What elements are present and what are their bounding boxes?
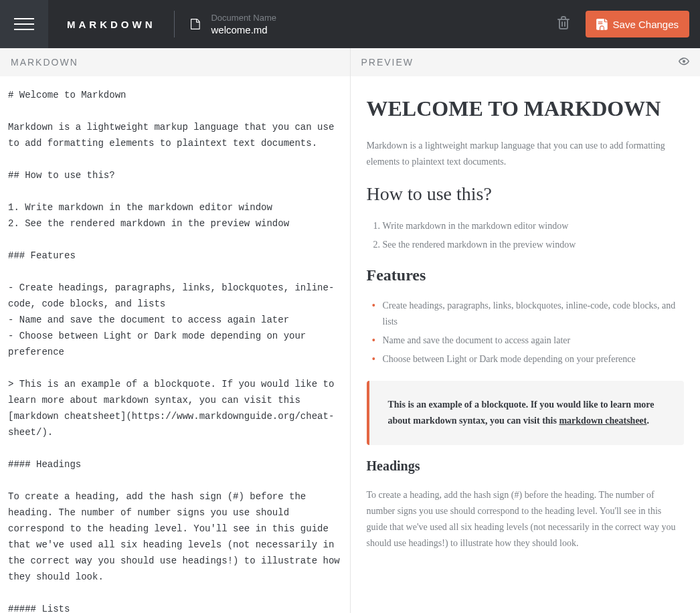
app-logo: MARKDOWN: [48, 19, 174, 30]
preview-h2: How to use this?: [367, 183, 685, 205]
list-item: Create headings, paragraphs, links, bloc…: [383, 298, 685, 330]
preview-blockquote: This is an example of a blockquote. If y…: [367, 381, 685, 445]
list-item: See the rendered markdown in the preview…: [383, 237, 685, 253]
list-item: Name and save the document to access aga…: [383, 333, 685, 349]
preview-h3: Features: [367, 266, 685, 284]
menu-button[interactable]: [0, 0, 48, 48]
preview-pane: PREVIEW WELCOME TO MARKDOWN Markdown is …: [350, 48, 701, 613]
markdown-editor[interactable]: [0, 76, 350, 613]
editor-pane-header: MARKDOWN: [0, 48, 350, 76]
document-name-label: Document Name: [211, 13, 276, 23]
app-header: MARKDOWN Document Name welcome.md Save C…: [0, 0, 700, 48]
list-item: Choose between Light or Dark mode depend…: [383, 351, 685, 367]
save-button-label: Save Changes: [613, 19, 679, 30]
toggle-preview-button[interactable]: [679, 57, 689, 68]
list-item: Write markdown in the markdown editor wi…: [383, 218, 685, 234]
editor-pane-title: MARKDOWN: [11, 57, 78, 68]
preview-content: WELCOME TO MARKDOWN Markdown is a lightw…: [351, 76, 701, 613]
save-button[interactable]: Save Changes: [586, 11, 689, 37]
preview-intro: Markdown is a lightweight markup languag…: [367, 138, 685, 170]
eye-icon: [679, 58, 689, 66]
preview-ordered-list: Write markdown in the markdown editor wi…: [367, 218, 685, 253]
editor-pane: MARKDOWN: [0, 48, 350, 613]
save-icon: [596, 19, 608, 30]
preview-h1: WELCOME TO MARKDOWN: [367, 95, 685, 123]
main-panes: MARKDOWN PREVIEW WELCOME TO MARKDOWN Mar…: [0, 48, 700, 613]
header-actions: Save Changes: [557, 11, 700, 37]
preview-pane-header: PREVIEW: [351, 48, 701, 76]
document-info: Document Name welcome.md: [175, 13, 557, 35]
document-name[interactable]: welcome.md: [211, 24, 276, 35]
document-icon: [191, 19, 200, 29]
blockquote-link[interactable]: markdown cheatsheet: [559, 416, 646, 426]
delete-button[interactable]: [557, 16, 570, 32]
preview-headings-para: To create a heading, add the hash sign (…: [367, 487, 685, 551]
preview-unordered-list: Create headings, paragraphs, links, bloc…: [367, 298, 685, 367]
preview-h4: Headings: [367, 458, 685, 474]
preview-pane-title: PREVIEW: [361, 57, 414, 68]
blockquote-text: This is an example of a blockquote. If y…: [388, 397, 666, 429]
